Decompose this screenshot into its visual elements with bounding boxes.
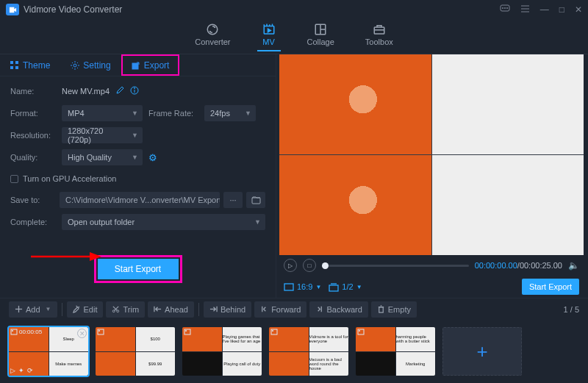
select-complete[interactable]: Open output folder▼ <box>62 214 265 230</box>
select-resolution[interactable]: 1280x720 (720p)▼ <box>62 127 143 143</box>
tool-forward[interactable]: Forward <box>254 301 306 318</box>
select-quality[interactable]: High Quality▼ <box>62 149 143 165</box>
tool-add[interactable]: Add ▼ <box>9 301 57 318</box>
saveto-path[interactable]: C:\Vidmore\Vidmore V...onverter\MV Expor… <box>60 192 220 208</box>
label-framerate: Frame Rate: <box>148 109 198 118</box>
chevron-down-icon: ▼ <box>132 110 138 117</box>
svg-rect-30 <box>284 284 293 290</box>
info-icon[interactable] <box>130 86 139 96</box>
select-framerate[interactable]: 24fps▼ <box>204 105 256 121</box>
seek-handle[interactable] <box>322 262 329 269</box>
svg-point-22 <box>74 64 76 67</box>
svg-rect-53 <box>184 329 190 334</box>
svg-rect-19 <box>15 61 18 64</box>
display-bar: 16:9 ▼ 1/2 ▼ Start Export <box>279 276 584 298</box>
remove-clip-icon[interactable]: ✕ <box>77 329 87 338</box>
preview-frame-br <box>432 155 584 255</box>
seek-track[interactable] <box>322 265 469 267</box>
start-export-button-right[interactable]: Start Export <box>522 279 579 295</box>
row-saveto: Save to: C:\Vidmore\Vidmore V...onverter… <box>10 191 265 209</box>
tab-export[interactable]: Export <box>121 54 180 76</box>
start-export-button[interactable]: Start Export <box>98 259 179 279</box>
time-display: 00:00:00.00/00:00:25.00 <box>475 261 562 270</box>
tool-edit[interactable]: Edit <box>67 301 104 318</box>
svg-point-1 <box>502 7 503 8</box>
chevron-down-icon: ▼ <box>315 284 321 290</box>
nav-collage[interactable]: Collage <box>307 23 334 51</box>
timeline: 00:00:05 ✕ ▷ ✦ ⟳ Sleep Make memes $100 $… <box>0 320 588 383</box>
edit-name-icon[interactable] <box>115 86 124 96</box>
app-window: Vidmore Video Converter — □ ✕ Converter … <box>0 0 588 383</box>
svg-point-58 <box>359 330 359 331</box>
svg-rect-55 <box>271 329 277 334</box>
menu-icon[interactable] <box>520 4 530 15</box>
browse-more-button[interactable]: ··· <box>223 192 243 208</box>
label-quality: Quality: <box>10 153 56 162</box>
svg-rect-20 <box>10 66 13 69</box>
feedback-icon[interactable] <box>500 4 510 15</box>
open-folder-button[interactable] <box>246 192 265 208</box>
svg-point-2 <box>504 7 505 8</box>
maximize-button[interactable]: □ <box>559 4 564 15</box>
tool-empty[interactable]: Empty <box>371 301 417 318</box>
tool-ahead[interactable]: Ahead <box>148 301 194 318</box>
row-quality: Quality: High Quality▼ ⚙ <box>10 148 265 166</box>
svg-rect-31 <box>329 285 338 291</box>
mini-effects-icon[interactable]: ✦ <box>18 367 24 374</box>
plus-icon: + <box>476 340 487 363</box>
app-title: Vidmore Video Converter <box>24 4 122 15</box>
page-select[interactable]: 1/2 ▼ <box>329 282 362 292</box>
tab-setting[interactable]: Setting <box>60 54 121 76</box>
gpu-checkbox[interactable]: Turn on GPU Acceleration <box>10 171 265 187</box>
svg-marker-29 <box>90 252 101 261</box>
tab-theme[interactable]: Theme <box>0 54 60 76</box>
close-button[interactable]: ✕ <box>575 4 582 15</box>
svg-point-50 <box>12 330 12 331</box>
mini-play-icon[interactable]: ▷ <box>10 367 15 374</box>
app-logo <box>6 4 19 15</box>
tool-backward[interactable]: Backward <box>309 301 368 318</box>
timeline-item-4[interactable]: Vidmore is a tool for everyone Vacuum is… <box>269 327 348 376</box>
row-name: Name: New MV.mp4 <box>10 82 265 100</box>
preview-frame-tr <box>432 54 584 154</box>
svg-point-3 <box>506 7 507 8</box>
chevron-down-icon: ▼ <box>245 110 251 117</box>
video-preview <box>279 54 584 255</box>
pager: 1 / 5 <box>564 305 579 314</box>
chevron-down-icon: ▼ <box>132 154 138 161</box>
volume-icon[interactable]: 🔈 <box>568 260 579 271</box>
timecode: 00:00:05 <box>10 329 42 335</box>
tool-behind[interactable]: Behind <box>204 301 251 318</box>
timeline-add-button[interactable]: + <box>442 327 522 376</box>
svg-rect-18 <box>10 61 13 64</box>
window-buttons: — □ ✕ <box>500 4 582 15</box>
timeline-item-2[interactable]: $100 $99.99 <box>96 327 175 376</box>
left-panel: Theme Setting Export Name: New MV.mp4 <box>0 54 276 298</box>
right-panel: ▷ □ 00:00:00.00/00:00:25.00 🔈 16:9 ▼ 1/2… <box>276 54 588 298</box>
timeline-item-1[interactable]: 00:00:05 ✕ ▷ ✦ ⟳ Sleep Make memes <box>9 327 88 376</box>
chevron-down-icon: ▼ <box>132 132 138 139</box>
preview-frame-bl <box>279 155 431 255</box>
quality-settings-icon[interactable]: ⚙ <box>148 152 157 163</box>
mini-rotate-icon[interactable]: ⟳ <box>27 367 33 374</box>
tool-trim[interactable]: Trim <box>106 301 145 318</box>
play-button[interactable]: ▷ <box>284 259 297 272</box>
select-format[interactable]: MP4▼ <box>62 105 143 121</box>
red-arrow-annotation <box>29 249 103 264</box>
timeline-item-3[interactable]: Playing games that I've liked for an age… <box>182 327 262 376</box>
nav-toolbox[interactable]: Toolbox <box>365 23 393 51</box>
nav-mv[interactable]: MV <box>262 23 276 51</box>
checkbox-icon <box>10 175 18 183</box>
aspect-ratio-select[interactable]: 16:9 ▼ <box>284 282 321 292</box>
chevron-down-icon: ▼ <box>254 218 261 226</box>
stop-button[interactable]: □ <box>303 259 316 272</box>
timeline-item-5[interactable]: harming people with a butter stick Marke… <box>356 327 435 376</box>
titlebar: Vidmore Video Converter — □ ✕ <box>0 0 588 19</box>
name-value: New MV.mp4 <box>62 87 110 96</box>
row-format: Format: MP4▼ Frame Rate: 24fps▼ <box>10 104 265 122</box>
nav-converter[interactable]: Converter <box>195 23 230 51</box>
minimize-button[interactable]: — <box>540 4 549 15</box>
left-tabs: Theme Setting Export <box>0 54 276 76</box>
svg-rect-27 <box>252 198 260 204</box>
topnav: Converter MV Collage Toolbox <box>0 19 588 54</box>
